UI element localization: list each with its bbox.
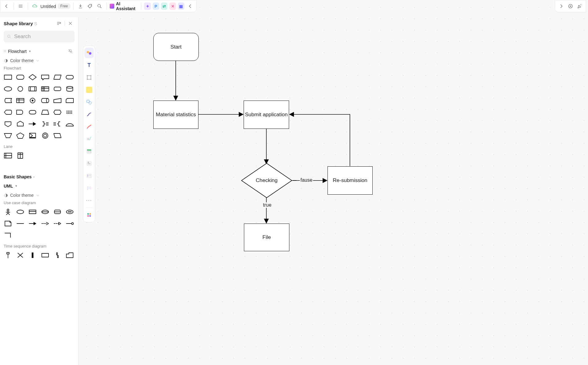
- tool-apps[interactable]: [84, 210, 94, 220]
- shape-pentagon[interactable]: [15, 131, 25, 140]
- shape-usecase-ellipse[interactable]: [15, 208, 25, 216]
- ai-assistant-button[interactable]: AI Assistant: [110, 1, 138, 11]
- shape-manual-op[interactable]: [3, 131, 13, 140]
- shape-terminator-alt[interactable]: [28, 108, 37, 117]
- tool-frame[interactable]: [84, 72, 94, 83]
- tool-sticky-note[interactable]: [84, 85, 94, 95]
- shape-boundary[interactable]: [28, 208, 37, 216]
- panel-list-toggle[interactable]: [55, 19, 63, 28]
- chip-p[interactable]: P: [153, 2, 159, 10]
- tool-text[interactable]: [84, 60, 94, 70]
- tool-pen[interactable]: [84, 121, 94, 132]
- shape-actor[interactable]: [3, 208, 13, 216]
- chip-sparkle[interactable]: ✦: [144, 2, 151, 10]
- node-submit-application[interactable]: Submit application: [244, 101, 289, 129]
- shape-rounded-rect[interactable]: [15, 73, 25, 81]
- tool-kanban[interactable]: [84, 183, 94, 193]
- shape-rect[interactable]: [3, 73, 13, 81]
- shape-assoc-arrow[interactable]: [28, 219, 37, 228]
- shape-bracket-right[interactable]: [40, 120, 50, 128]
- shape-rounded-small[interactable]: [53, 85, 62, 93]
- shape-package[interactable]: [65, 251, 75, 260]
- shape-destroy[interactable]: [15, 251, 25, 260]
- shape-card[interactable]: [65, 96, 75, 105]
- document-title[interactable]: Untitled: [40, 4, 56, 9]
- tag-button[interactable]: [86, 2, 94, 10]
- shape-more-dots[interactable]: [65, 208, 75, 216]
- unpin-button[interactable]: [66, 47, 75, 56]
- shape-circle[interactable]: [15, 85, 25, 93]
- tool-mindmap[interactable]: [84, 134, 94, 144]
- section-basic-shapes[interactable]: Basic Shapes▸: [0, 172, 78, 181]
- tool-more[interactable]: ···: [84, 195, 94, 206]
- back-button[interactable]: [3, 2, 10, 10]
- color-theme-row-uml[interactable]: Color theme: [0, 191, 78, 200]
- shape-cylinder-side[interactable]: [40, 96, 50, 105]
- color-theme-row[interactable]: Color theme: [0, 56, 78, 65]
- shape-lifeline[interactable]: [3, 251, 13, 260]
- shape-pill[interactable]: [65, 73, 75, 81]
- shape-depend[interactable]: [40, 219, 50, 228]
- shape-arrow-right[interactable]: [28, 120, 37, 128]
- search-button[interactable]: [96, 2, 104, 10]
- cloud-sync-icon[interactable]: [31, 2, 39, 10]
- shape-note[interactable]: [3, 219, 13, 228]
- shape-combined[interactable]: [53, 251, 62, 260]
- shape-ellipse[interactable]: [3, 85, 13, 93]
- node-file[interactable]: File: [244, 224, 289, 251]
- panel-close[interactable]: [66, 19, 75, 28]
- tool-table[interactable]: [84, 146, 94, 157]
- shape-callout[interactable]: [40, 73, 50, 81]
- tool-text-block[interactable]: T: [84, 158, 94, 169]
- shape-semicircle[interactable]: [65, 120, 75, 128]
- download-button[interactable]: [77, 2, 84, 10]
- shape-delay[interactable]: [15, 108, 25, 117]
- shape-corner[interactable]: [3, 231, 13, 240]
- celebrate-button[interactable]: [575, 2, 584, 10]
- shape-database[interactable]: [65, 85, 75, 93]
- shape-lane-vertical[interactable]: [15, 151, 25, 160]
- shape-interface[interactable]: [65, 219, 75, 228]
- shape-control[interactable]: [40, 208, 50, 216]
- shape-hexagon[interactable]: [53, 108, 62, 117]
- shape-offpage[interactable]: [3, 120, 13, 128]
- shape-more-lines[interactable]: [65, 108, 75, 117]
- shape-table[interactable]: [15, 96, 25, 105]
- shape-parallelo-alt[interactable]: [53, 131, 62, 140]
- shape-stored-data[interactable]: [3, 96, 13, 105]
- shape-bracket-left[interactable]: [53, 120, 62, 128]
- tool-list[interactable]: [84, 171, 94, 181]
- node-resubmission[interactable]: Re-submission: [327, 166, 373, 195]
- shape-display[interactable]: [3, 108, 13, 117]
- shape-depend-open[interactable]: [53, 219, 62, 228]
- shape-manual-input[interactable]: [53, 96, 62, 105]
- menu-button[interactable]: [17, 2, 25, 10]
- shape-double-circle[interactable]: [40, 131, 50, 140]
- shape-diamond[interactable]: [28, 73, 37, 81]
- tool-shapes[interactable]: [84, 48, 94, 58]
- present-button[interactable]: [566, 2, 575, 10]
- shape-summing[interactable]: [28, 131, 37, 140]
- shape-activation[interactable]: [28, 251, 37, 260]
- node-material-statistics[interactable]: Material statistics: [153, 101, 198, 129]
- shape-lane-horizontal[interactable]: [3, 151, 13, 160]
- chip-grid[interactable]: ▦: [178, 2, 184, 10]
- section-uml[interactable]: UML▼: [0, 181, 78, 191]
- shape-predef-process[interactable]: [28, 85, 37, 93]
- search-input[interactable]: Search: [4, 31, 75, 42]
- shape-frame-seq[interactable]: [40, 251, 50, 260]
- shape-connector-circle[interactable]: [28, 96, 37, 105]
- chip-link[interactable]: ⇄: [161, 2, 167, 10]
- forward-button[interactable]: [557, 2, 566, 10]
- node-start[interactable]: Start: [153, 33, 199, 61]
- shape-trapezoid[interactable]: [40, 108, 50, 117]
- chip-x[interactable]: ✕: [169, 2, 176, 10]
- shape-parallelogram[interactable]: [53, 73, 62, 81]
- collapse-chips-button[interactable]: [186, 2, 194, 10]
- shape-assoc[interactable]: [15, 219, 25, 228]
- tool-connector[interactable]: [84, 109, 94, 120]
- shape-entity[interactable]: [53, 208, 62, 216]
- shape-tag[interactable]: [15, 120, 25, 128]
- section-flowchart[interactable]: Flowchart▼: [0, 47, 78, 56]
- shape-internal-storage[interactable]: [40, 85, 50, 93]
